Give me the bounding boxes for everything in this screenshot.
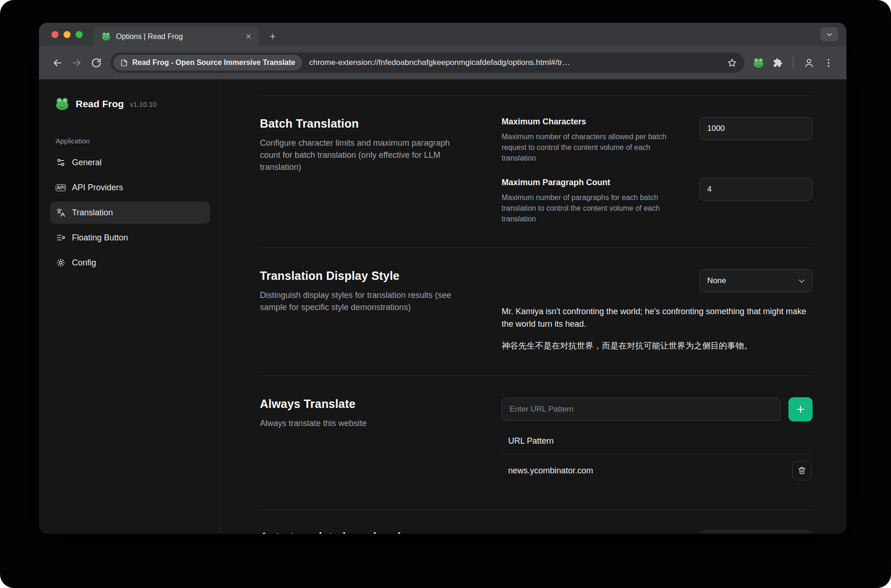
sidebar-item-general[interactable]: General bbox=[50, 151, 210, 174]
read-frog-extension-icon[interactable] bbox=[749, 53, 768, 72]
section-title: Batch Translation bbox=[260, 117, 502, 130]
tab-title: Options | Read Frog bbox=[116, 32, 237, 41]
extensions-puzzle-icon[interactable] bbox=[768, 53, 787, 72]
display-style-section: Translation Display Style Distinguish di… bbox=[260, 248, 813, 375]
minimize-window-button[interactable] bbox=[64, 31, 71, 38]
table-row: news.ycombinator.com bbox=[502, 454, 813, 486]
tab-close-icon[interactable] bbox=[242, 31, 254, 43]
sidebar-section-label: Application bbox=[56, 137, 210, 145]
browser-toolbar: Read Frog - Open Source Immersive Transl… bbox=[39, 46, 846, 79]
chevron-down-icon bbox=[798, 277, 806, 285]
forward-button[interactable] bbox=[67, 53, 86, 72]
field-description: Maximum number of characters allowed per… bbox=[502, 131, 684, 164]
section-description: Distinguish display styles for translati… bbox=[260, 289, 460, 313]
settings-content: Batch Translation Configure character li… bbox=[221, 79, 846, 534]
max-characters-input[interactable] bbox=[699, 117, 813, 140]
field-text: Maximum Characters Maximum number of cha… bbox=[502, 117, 684, 164]
browser-menu-icon[interactable] bbox=[819, 53, 838, 72]
reload-button[interactable] bbox=[86, 53, 106, 72]
section-intro: Translation Display Style Distinguish di… bbox=[260, 269, 502, 352]
url-bar[interactable]: Read Frog - Open Source Immersive Transl… bbox=[110, 52, 744, 73]
max-paragraph-field: Maximum Paragraph Count Maximum number o… bbox=[502, 178, 813, 225]
add-url-button[interactable] bbox=[788, 397, 813, 421]
delete-url-button[interactable] bbox=[792, 461, 812, 480]
sidebar-item-api-providers[interactable]: API API Providers bbox=[50, 176, 210, 199]
section-controls: Select language bbox=[502, 530, 813, 534]
plus-icon bbox=[795, 404, 806, 414]
trash-icon bbox=[798, 466, 806, 475]
sidebar: Read Frog v1.10.10 Application General A… bbox=[39, 79, 221, 534]
section-description: Configure character limits and maximum p… bbox=[260, 137, 460, 173]
sample-translation-text: 神谷先生不是在对抗世界，而是在对抗可能让世界为之侧目的事物。 bbox=[502, 340, 813, 352]
app-brand: Read Frog v1.10.10 bbox=[50, 95, 210, 113]
field-label: Maximum Paragraph Count bbox=[502, 178, 684, 187]
sidebar-item-translation[interactable]: Translation bbox=[50, 201, 210, 224]
tab-search-button[interactable] bbox=[820, 27, 838, 41]
frog-favicon-icon bbox=[101, 32, 111, 41]
table-header: URL Pattern bbox=[502, 433, 813, 454]
zoom-window-button[interactable] bbox=[76, 31, 83, 38]
new-tab-button[interactable] bbox=[265, 29, 279, 43]
bookmark-star-icon[interactable] bbox=[724, 55, 740, 71]
always-translate-section: Always Translate Always translate this w… bbox=[260, 376, 813, 510]
url-pattern-input[interactable] bbox=[502, 398, 781, 421]
section-description: Always translate this website bbox=[260, 417, 460, 429]
sliders-icon bbox=[56, 158, 65, 167]
sidebar-item-label: General bbox=[72, 158, 102, 168]
extension-name-chip[interactable]: Read Frog - Open Source Immersive Transl… bbox=[113, 55, 302, 71]
url-pattern-value: news.ycombinator.com bbox=[508, 466, 593, 476]
tab-strip: Options | Read Frog bbox=[39, 23, 846, 46]
extension-chip-icon bbox=[120, 59, 128, 67]
sidebar-item-label: Floating Button bbox=[72, 233, 128, 243]
translate-icon bbox=[56, 208, 65, 217]
read-frog-logo-icon bbox=[55, 97, 70, 111]
auto-translate-section: Auto translate based on language Select … bbox=[260, 510, 813, 534]
section-controls: URL Pattern news.ycombinator.com bbox=[502, 397, 813, 486]
desktop-background: Options | Read Frog bbox=[0, 0, 891, 588]
app-name: Read Frog bbox=[76, 98, 124, 110]
section-title: Auto translate based on language bbox=[260, 530, 502, 534]
sidebar-item-label: Config bbox=[72, 258, 96, 268]
section-intro: Batch Translation Configure character li… bbox=[260, 117, 502, 224]
field-text: Maximum Paragraph Count Maximum number o… bbox=[502, 178, 684, 225]
extension-chip-label: Read Frog - Open Source Immersive Transl… bbox=[132, 58, 295, 67]
sidebar-item-label: Translation bbox=[72, 208, 113, 218]
browser-window: Options | Read Frog bbox=[39, 23, 846, 534]
app-version: v1.10.10 bbox=[130, 100, 157, 108]
close-window-button[interactable] bbox=[52, 31, 58, 38]
back-button[interactable] bbox=[47, 53, 67, 72]
section-intro: Always Translate Always translate this w… bbox=[260, 397, 502, 486]
profile-avatar-icon[interactable] bbox=[799, 53, 819, 72]
url-text[interactable]: chrome-extension://fnfedoabnchafgkeeponm… bbox=[309, 58, 724, 67]
select-value: None bbox=[707, 276, 726, 285]
section-title: Translation Display Style bbox=[260, 269, 502, 283]
max-paragraph-input[interactable] bbox=[699, 178, 813, 201]
browser-tab-active[interactable]: Options | Read Frog bbox=[94, 27, 259, 46]
max-characters-field: Maximum Characters Maximum number of cha… bbox=[502, 117, 813, 164]
display-style-select[interactable]: None bbox=[699, 269, 813, 292]
sample-original-text: Mr. Kamiya isn't confronting the world; … bbox=[502, 305, 808, 330]
sidebar-item-label: API Providers bbox=[72, 183, 123, 193]
toolbar-divider bbox=[793, 57, 794, 69]
extension-options-page: Read Frog v1.10.10 Application General A… bbox=[39, 79, 846, 534]
section-controls: None Mr. Kamiya isn't confronting the wo… bbox=[502, 269, 813, 352]
field-label: Maximum Characters bbox=[502, 117, 684, 127]
url-add-row bbox=[502, 397, 813, 421]
window-controls bbox=[39, 23, 92, 46]
language-select[interactable]: Select language bbox=[699, 530, 813, 534]
field-description: Maximum number of paragraphs for each ba… bbox=[502, 192, 684, 225]
gear-icon bbox=[56, 258, 65, 267]
sidebar-item-config[interactable]: Config bbox=[50, 252, 210, 274]
section-title: Always Translate bbox=[260, 397, 502, 411]
api-icon: API bbox=[56, 183, 65, 192]
section-intro: Auto translate based on language bbox=[260, 530, 502, 534]
section-controls: Maximum Characters Maximum number of cha… bbox=[502, 117, 813, 224]
sidebar-item-floating-button[interactable]: Floating Button bbox=[50, 226, 210, 249]
batch-translation-section: Batch Translation Configure character li… bbox=[260, 96, 813, 247]
url-pattern-table: URL Pattern news.ycombinator.com bbox=[502, 433, 813, 486]
floating-button-icon bbox=[56, 233, 65, 242]
